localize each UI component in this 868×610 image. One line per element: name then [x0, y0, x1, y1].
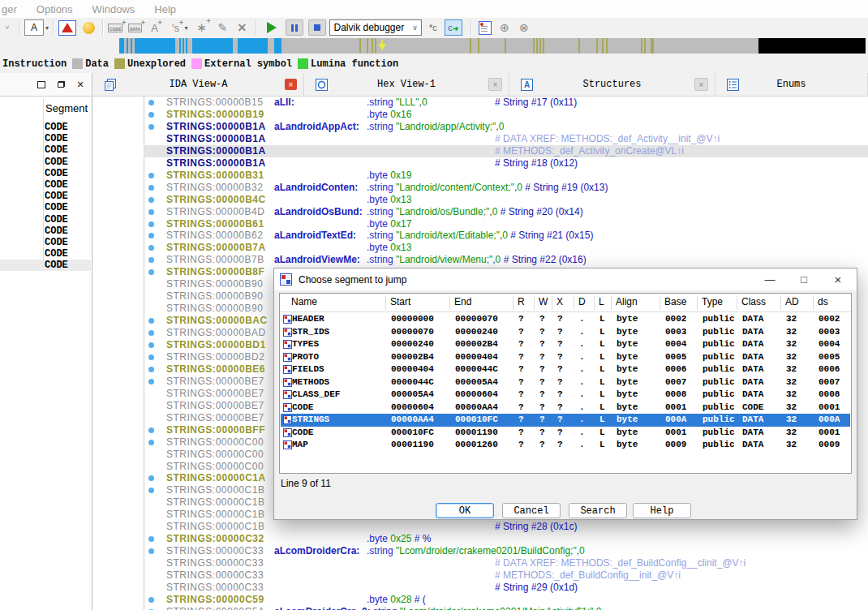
segment-list-item[interactable]: CODE: [0, 214, 91, 226]
disasm-line[interactable]: STRINGS:00000C1B: [144, 509, 868, 521]
make-code-button[interactable]: CODE+: [108, 19, 122, 36]
delete-breakpoint-button[interactable]: ⊗: [517, 19, 531, 36]
disasm-line[interactable]: STRINGS:00000C1B: [144, 496, 868, 509]
segment-list-item[interactable]: CODE: [0, 133, 91, 144]
disasm-line[interactable]: STRINGS:00000BE7: [144, 376, 868, 388]
make-data-button[interactable]: DATA+: [127, 19, 142, 36]
disasm-line[interactable]: STRINGS:00000BD1: [144, 339, 868, 351]
edit-function-button[interactable]: ✎: [215, 19, 230, 36]
debugger-selector-dropdown[interactable]: Dalvik debugger ∨: [329, 19, 421, 36]
disasm-line[interactable]: STRINGS:00000B1A# String #18 (0x12): [144, 157, 868, 170]
disasm-line[interactable]: STRINGS:00000BAC: [144, 315, 868, 327]
disasm-line[interactable]: STRINGS:00000C00: [144, 436, 868, 449]
disasm-token: .string: [367, 182, 396, 193]
segment-list-item[interactable]: CODE: [0, 157, 91, 168]
nav-unexplored-tick: [606, 38, 608, 54]
tab-enums[interactable]: Enums: [715, 73, 868, 96]
disasm-line[interactable]: STRINGS:00000BAD: [144, 327, 868, 339]
disasm-line[interactable]: STRINGS:00000B7BaLandroidViewMe:.string …: [144, 254, 868, 266]
debugger-start-button[interactable]: [264, 19, 279, 36]
disasm-label: aLcomDroiderCra:: [274, 545, 367, 557]
disasm-line[interactable]: STRINGS:00000C1B: [144, 484, 868, 496]
disasm-line[interactable]: STRINGS:00000C1A: [144, 472, 868, 484]
disasm-line[interactable]: STRINGS:00000B15aLll:.string "LLL",0# St…: [144, 97, 868, 109]
disasm-line[interactable]: STRINGS:00000C00: [144, 461, 868, 473]
disasm-line[interactable]: STRINGS:00000B1AaLandroidAppAct:.string …: [144, 121, 868, 133]
segment-list-item[interactable]: CODE: [0, 260, 91, 271]
disasm-line[interactable]: STRINGS:00000C32.byte 0x25 # %: [144, 533, 868, 545]
disasm-address: STRINGS:00000C5A: [166, 606, 264, 610]
disasm-line[interactable]: STRINGS:00000B90: [144, 303, 868, 315]
font-selector-button[interactable]: A ▾: [24, 19, 49, 36]
chevron-down-icon[interactable]: ▾: [184, 24, 187, 32]
disasm-line[interactable]: STRINGS:00000B8F: [144, 266, 868, 278]
disasm-line[interactable]: STRINGS:00000C1B# String #28 (0x1c): [144, 521, 868, 533]
segment-list-item[interactable]: CODE: [0, 179, 91, 191]
segment-list-item[interactable]: CODE: [0, 202, 91, 213]
panel-maximize-icon[interactable]: [37, 79, 46, 89]
disasm-line[interactable]: STRINGS:00000B61.byte 0x17: [144, 218, 868, 230]
tab-structures[interactable]: AStructures×: [509, 73, 715, 96]
disasm-line[interactable]: STRINGS:00000C33aLcomDroiderCra:.string …: [144, 545, 868, 557]
disasm-line[interactable]: STRINGS:00000B1A# METHODS:_def_Activity_…: [144, 145, 868, 157]
segment-list-item[interactable]: CODE: [0, 226, 91, 237]
disasm-line[interactable]: STRINGS:00000B31.byte 0x19: [144, 170, 868, 182]
menu-item-ger[interactable]: ger: [2, 3, 17, 15]
disasm-line[interactable]: STRINGS:00000B32aLandroidConten:.string …: [144, 182, 868, 194]
segment-column-header[interactable]: Segment: [45, 102, 88, 114]
disasm-line[interactable]: STRINGS:00000BE7: [144, 412, 868, 424]
tab-close-icon[interactable]: ×: [488, 78, 502, 91]
segment-list-item[interactable]: CODE: [0, 237, 91, 248]
disasm-line[interactable]: STRINGS:00000B62aLandroidTextEd:.string …: [144, 230, 868, 242]
disasm-line[interactable]: STRINGS:00000C33# METHODS:_def_BuildConf…: [144, 569, 868, 582]
disasm-line[interactable]: STRINGS:00000C33# DATA XREF: METHODS:_de…: [144, 557, 868, 569]
tab-hex-view-1[interactable]: Hex View-1×: [304, 73, 509, 96]
segment-list-item[interactable]: CODE: [0, 191, 91, 202]
continue-process-button[interactable]: c➜: [445, 19, 462, 36]
create-function-button[interactable]: ∗+: [194, 19, 208, 36]
menu-item-options[interactable]: Options: [37, 3, 73, 15]
chevron-left-icon[interactable]: ˅: [0, 19, 15, 36]
attach-process-button[interactable]: *c: [425, 20, 441, 35]
segment-list-item[interactable]: CODE: [0, 122, 91, 133]
disasm-code: aLcomDroiderCra_0:.string "Lcom/droider/…: [274, 606, 601, 610]
delete-function-button[interactable]: ✕: [234, 19, 249, 36]
add-breakpoint-button[interactable]: ⊕: [497, 19, 512, 36]
disasm-line[interactable]: STRINGS:00000C00: [144, 449, 868, 461]
panel-close-icon[interactable]: ✕: [75, 79, 85, 89]
disasm-line[interactable]: STRINGS:00000BFF: [144, 424, 868, 436]
tab-close-icon[interactable]: ×: [694, 78, 708, 91]
disasm-line[interactable]: STRINGS:00000C33# String #29 (0x1d): [144, 582, 868, 594]
disasm-line[interactable]: STRINGS:00000C5AaLcomDroiderCra_0:.strin…: [144, 606, 868, 610]
segment-list-item[interactable]: CODE: [0, 144, 91, 156]
problems-list-button[interactable]: [58, 19, 76, 36]
disasm-line[interactable]: STRINGS:00000BE6: [144, 363, 868, 376]
disasm-line[interactable]: STRINGS:00000BD2: [144, 351, 868, 363]
debugger-stop-button[interactable]: [308, 19, 326, 36]
menu-item-help[interactable]: Help: [154, 3, 176, 15]
disasm-line[interactable]: STRINGS:00000B4C.byte 0x13: [144, 194, 868, 206]
make-name-button[interactable]: A+: [147, 19, 161, 36]
disasm-comment: # METHODS:_def_Activity_onCreate@VL↑i: [495, 145, 684, 157]
disasm-line[interactable]: STRINGS:00000B1A# DATA XREF: METHODS:_de…: [144, 133, 868, 145]
disasm-line[interactable]: STRINGS:00000B7A.byte 0x13: [144, 242, 868, 254]
segment-list-item[interactable]: CODE: [0, 248, 91, 260]
tab-ida-view-a[interactable]: IDA View-A×: [93, 73, 304, 96]
disasm-line[interactable]: STRINGS:00000B90: [144, 278, 868, 290]
disasm-line[interactable]: STRINGS:00000BE7: [144, 400, 868, 412]
disasm-line[interactable]: STRINGS:00000B19.byte 0x16: [144, 109, 868, 121]
breakpoint-list-button[interactable]: [478, 19, 492, 36]
disasm-line[interactable]: STRINGS:00000C59.byte 0x28 # (: [144, 594, 868, 606]
navigation-band[interactable]: [119, 38, 866, 54]
hex-view-icon: [316, 79, 328, 91]
tab-close-icon[interactable]: ×: [285, 79, 297, 90]
disasm-line[interactable]: STRINGS:00000BE7: [144, 388, 868, 400]
disasm-line[interactable]: STRINGS:00000B4DaLandroidOsBund:.string …: [144, 206, 868, 218]
menu-item-windows[interactable]: Windows: [92, 3, 135, 15]
panel-float-icon[interactable]: [56, 79, 66, 89]
waiting-indicator-button[interactable]: [81, 19, 96, 36]
debugger-pause-button[interactable]: [286, 19, 303, 36]
segment-list-item[interactable]: CODE: [0, 168, 91, 179]
make-string-button[interactable]: 's+: [168, 19, 183, 36]
disasm-line[interactable]: STRINGS:00000B90: [144, 290, 868, 303]
